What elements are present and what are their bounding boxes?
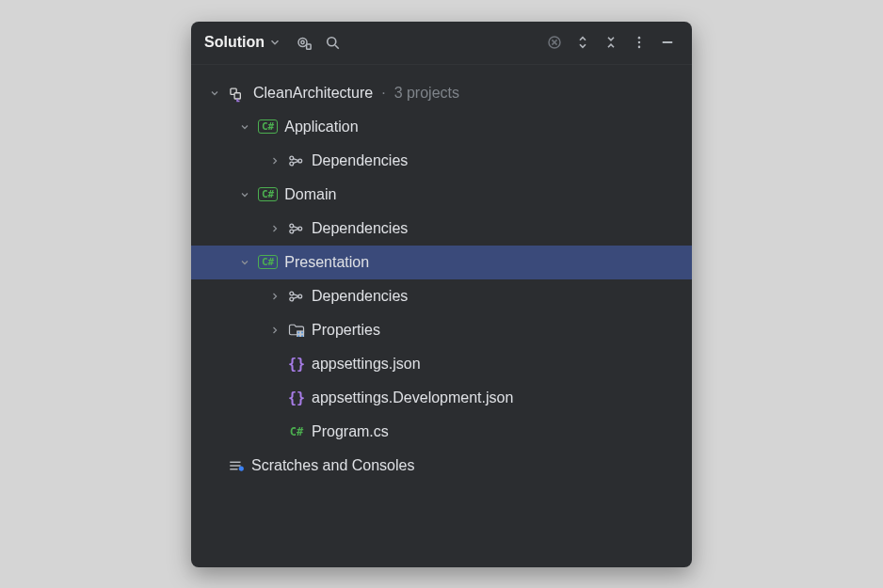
svg-rect-32 [301, 335, 304, 337]
svg-rect-31 [297, 335, 300, 337]
svg-point-25 [290, 297, 294, 301]
solution-title-text: Solution [204, 34, 265, 51]
dependencies-domain[interactable]: Dependencies [191, 212, 692, 246]
svg-line-18 [293, 161, 298, 163]
svg-line-17 [293, 158, 298, 160]
chevron-down-icon [238, 120, 251, 134]
solution-tree: CleanArchitecture · 3 projects C# Applic… [191, 65, 692, 490]
svg-rect-30 [301, 331, 304, 334]
chevron-right-icon [268, 154, 281, 167]
more-options-icon[interactable] [628, 31, 650, 54]
file-appsettings-json[interactable]: {} appsettings.json [191, 347, 692, 381]
scratches-label: Scratches and Consoles [251, 457, 414, 474]
svg-line-4 [335, 45, 339, 49]
scratches-icon [228, 457, 245, 474]
properties-folder-icon [288, 322, 305, 339]
csharp-project-icon: C# [258, 187, 278, 201]
file-appsettings-development-json[interactable]: {} appsettings.Development.json [191, 381, 692, 415]
svg-rect-2 [307, 44, 312, 49]
solution-name: CleanArchitecture [253, 85, 373, 102]
svg-point-1 [301, 40, 304, 43]
svg-point-24 [290, 292, 294, 295]
project-name: Presentation [284, 254, 369, 271]
stop-icon[interactable] [543, 31, 566, 54]
properties-folder[interactable]: Properties [191, 313, 692, 347]
svg-rect-29 [297, 331, 300, 334]
solution-icon [228, 86, 247, 101]
svg-point-19 [290, 224, 294, 228]
json-file-icon: {} [288, 356, 305, 373]
dependencies-icon [288, 288, 305, 305]
svg-point-14 [290, 156, 294, 160]
solution-explorer-panel: Solution [191, 22, 692, 567]
svg-point-16 [298, 159, 302, 163]
csharp-project-icon: C# [258, 119, 278, 134]
minimize-icon[interactable] [656, 31, 679, 54]
dependencies-label: Dependencies [312, 152, 408, 169]
solution-projects-hint: 3 projects [394, 85, 459, 102]
svg-point-9 [638, 41, 641, 44]
project-name: Domain [284, 186, 336, 203]
chevron-down-icon [208, 87, 221, 100]
chevron-right-icon [268, 290, 281, 303]
expand-select-icon[interactable] [571, 31, 594, 54]
chevron-down-icon [238, 256, 251, 269]
scratches-and-consoles[interactable]: Scratches and Consoles [191, 449, 692, 483]
chevron-right-icon [268, 222, 281, 235]
json-file-icon: {} [288, 389, 305, 406]
search-icon[interactable] [321, 31, 344, 54]
dependencies-presentation[interactable]: Dependencies [191, 279, 692, 313]
project-name: Application [284, 119, 358, 135]
project-application[interactable]: C# Application [191, 110, 692, 144]
svg-point-0 [298, 39, 307, 47]
svg-point-10 [638, 46, 641, 49]
dependencies-icon [288, 220, 305, 237]
chevron-down-icon [238, 188, 251, 201]
svg-line-28 [293, 296, 298, 298]
project-presentation[interactable]: C# Presentation [191, 246, 692, 279]
target-icon[interactable] [293, 31, 315, 54]
svg-point-3 [328, 38, 336, 46]
file-program-cs[interactable]: C# Program.cs [191, 415, 692, 449]
svg-rect-13 [234, 92, 240, 98]
svg-line-22 [293, 226, 298, 228]
solution-root[interactable]: CleanArchitecture · 3 projects [191, 76, 692, 110]
csharp-project-icon: C# [258, 255, 278, 269]
solution-toolbar: Solution [191, 22, 692, 65]
svg-point-26 [298, 294, 302, 298]
solution-title-dropdown[interactable]: Solution [204, 34, 281, 51]
csharp-file-icon: C# [288, 423, 305, 440]
dependencies-icon [288, 152, 305, 169]
svg-point-15 [290, 162, 294, 166]
svg-point-21 [298, 227, 302, 230]
svg-line-23 [293, 229, 298, 230]
dependencies-label: Dependencies [312, 288, 408, 305]
properties-label: Properties [312, 322, 380, 339]
chevron-right-icon [268, 324, 281, 337]
chevron-down-icon [268, 36, 281, 49]
file-name: Program.cs [312, 423, 389, 440]
dependencies-label: Dependencies [312, 220, 408, 237]
dependencies-application[interactable]: Dependencies [191, 144, 692, 178]
svg-point-8 [638, 37, 641, 40]
file-name: appsettings.Development.json [312, 389, 513, 406]
collapse-all-icon[interactable] [600, 31, 622, 54]
project-domain[interactable]: C# Domain [191, 178, 692, 212]
svg-point-20 [290, 230, 294, 233]
svg-point-36 [239, 466, 244, 470]
file-name: appsettings.json [312, 356, 421, 373]
svg-line-27 [293, 294, 298, 295]
